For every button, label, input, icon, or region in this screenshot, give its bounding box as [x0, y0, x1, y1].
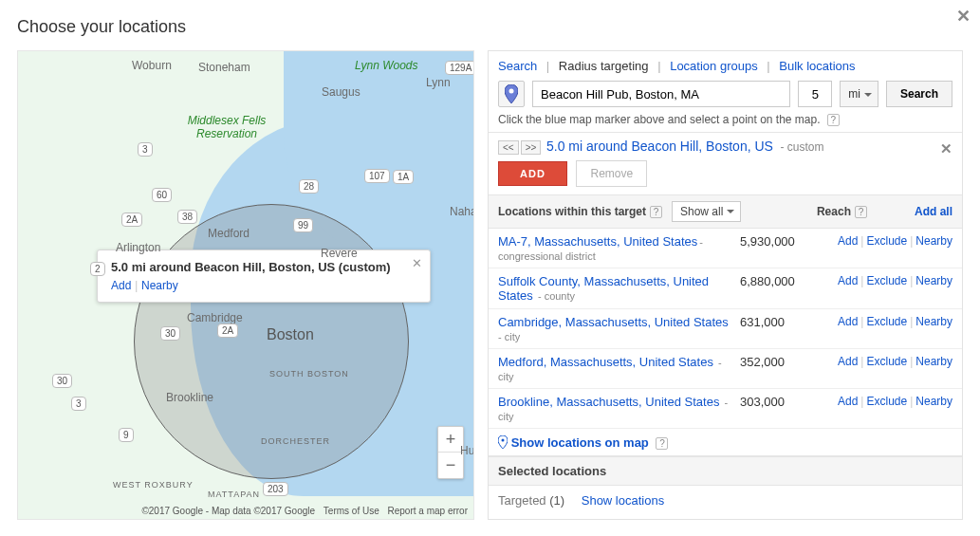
- road-shield: 3: [138, 142, 153, 157]
- remove-target-button: Remove: [576, 160, 647, 187]
- location-type: - county: [535, 290, 575, 302]
- row-add-link[interactable]: Add: [838, 315, 858, 328]
- help-icon[interactable]: ?: [827, 114, 840, 126]
- tab-search[interactable]: Search: [498, 59, 537, 73]
- remove-target-icon[interactable]: ✕: [940, 140, 952, 157]
- targeting-tabs: Search | Radius targeting | Location gro…: [498, 59, 952, 73]
- drop-pin-button[interactable]: [498, 81, 525, 107]
- map-terms-link[interactable]: Terms of Use: [324, 506, 379, 516]
- row-add-link[interactable]: Add: [838, 234, 858, 248]
- row-nearby-link[interactable]: Nearby: [915, 315, 952, 328]
- location-actions: Add|Exclude|Nearby: [838, 274, 952, 287]
- road-shield: 2: [90, 262, 105, 276]
- row-nearby-link[interactable]: Nearby: [915, 274, 952, 287]
- location-reach: 6,880,000: [740, 274, 825, 288]
- locations-panel: Search | Radius targeting | Location gro…: [488, 50, 963, 520]
- row-exclude-link[interactable]: Exclude: [866, 355, 907, 368]
- road-shield: 3: [71, 397, 86, 411]
- target-name-link[interactable]: 5.0 mi around Beacon Hill, Boston, US: [546, 139, 773, 154]
- map-place-label: Arlington: [116, 241, 160, 254]
- map-place-label: Brookline: [166, 391, 213, 404]
- road-shield: 1A: [393, 170, 414, 184]
- tab-groups[interactable]: Location groups: [670, 59, 758, 73]
- row-exclude-link[interactable]: Exclude: [866, 234, 907, 248]
- map-place-label: Middlesex Fells Reservation: [184, 114, 269, 140]
- location-type: city: [498, 371, 740, 382]
- popup-nearby-link[interactable]: Nearby: [141, 279, 178, 292]
- location-name-link[interactable]: Suffolk County, Massachusetts, United St…: [498, 274, 709, 303]
- location-type: -: [715, 357, 722, 368]
- radius-target-row: <<>> 5.0 mi around Beacon Hill, Boston, …: [489, 132, 962, 195]
- show-selected-link[interactable]: Show locations: [582, 493, 664, 508]
- map-place-label: Medford: [208, 227, 250, 240]
- next-target-button[interactable]: >>: [521, 140, 542, 155]
- popup-add-link[interactable]: Add: [111, 279, 131, 292]
- location-type: city: [498, 411, 740, 422]
- help-icon[interactable]: ?: [656, 437, 668, 450]
- search-button[interactable]: Search: [886, 81, 952, 107]
- reach-column-header: Reach: [817, 205, 851, 218]
- map-container[interactable]: ✕ 5.0 mi around Beacon Hill, Boston, US …: [17, 50, 474, 520]
- location-type: congressional district: [498, 250, 740, 262]
- map-popup: ✕ 5.0 mi around Beacon Hill, Boston, US …: [97, 250, 431, 303]
- map-place-label: Boston: [267, 326, 314, 343]
- tab-radius[interactable]: Radius targeting: [559, 59, 649, 73]
- row-exclude-link[interactable]: Exclude: [866, 315, 907, 328]
- row-exclude-link[interactable]: Exclude: [866, 274, 907, 287]
- location-name-link[interactable]: Brookline, Massachusetts, United States: [498, 395, 719, 409]
- map-place-label: DORCHESTER: [261, 436, 330, 446]
- road-shield: 2A: [217, 323, 238, 338]
- map-place-label: Lynn: [426, 76, 451, 89]
- map-copyright: ©2017 Google - Map data ©2017 Google: [141, 506, 315, 516]
- unit-select[interactable]: mi: [840, 81, 878, 107]
- add-target-button[interactable]: ADD: [498, 161, 567, 186]
- map-place-label: Nahant: [450, 205, 473, 218]
- popup-close-icon[interactable]: ✕: [412, 256, 422, 270]
- map-place-label: Saugus: [322, 85, 361, 99]
- row-nearby-link[interactable]: Nearby: [915, 395, 952, 408]
- location-name-link[interactable]: MA-7, Massachusetts, United States: [498, 234, 697, 249]
- road-shield: 203: [263, 482, 288, 496]
- location-name-link[interactable]: Medford, Massachusetts, United States: [498, 355, 713, 369]
- location-name-link[interactable]: Cambridge, Massachusetts, United States: [498, 315, 729, 329]
- location-row: Suffolk County, Massachusetts, United St…: [489, 268, 962, 309]
- selected-locations-header: Selected locations: [489, 456, 962, 486]
- add-all-link[interactable]: Add all: [915, 205, 952, 218]
- locations-list-header: Locations within this target ? Show all …: [489, 195, 962, 229]
- road-shield: 30: [52, 374, 72, 388]
- show-on-map-link[interactable]: Show locations on map: [511, 435, 649, 450]
- target-subtype: - custom: [781, 140, 824, 154]
- road-shield: 9: [119, 428, 134, 442]
- row-exclude-link[interactable]: Exclude: [866, 395, 907, 408]
- map-place-label: Cambridge: [187, 311, 243, 324]
- location-type: -: [721, 397, 728, 408]
- help-icon[interactable]: ?: [855, 206, 867, 218]
- map-place-label: Stoneham: [198, 61, 250, 74]
- close-icon[interactable]: ✕: [956, 6, 971, 27]
- prev-target-button[interactable]: <<: [498, 140, 519, 155]
- targeted-count: (1): [549, 493, 564, 508]
- row-nearby-link[interactable]: Nearby: [915, 355, 952, 368]
- road-shield: 2A: [121, 213, 142, 227]
- location-row: MA-7, Massachusetts, United States-congr…: [489, 229, 962, 268]
- radius-input[interactable]: [798, 81, 832, 107]
- help-icon[interactable]: ?: [650, 206, 662, 218]
- location-type: - city: [498, 331, 740, 342]
- road-shield: 129A: [445, 61, 473, 75]
- selected-locations-body: Targeted (1) Show locations: [489, 486, 962, 519]
- page-title: Choose your locations: [17, 17, 963, 37]
- row-nearby-link[interactable]: Nearby: [915, 234, 952, 248]
- row-add-link[interactable]: Add: [838, 395, 858, 408]
- svg-point-1: [509, 89, 514, 94]
- location-actions: Add|Exclude|Nearby: [838, 234, 952, 248]
- row-add-link[interactable]: Add: [838, 355, 858, 368]
- show-all-dropdown[interactable]: Show all: [672, 201, 741, 222]
- tab-bulk[interactable]: Bulk locations: [779, 59, 855, 73]
- location-input[interactable]: [532, 81, 790, 107]
- map-canvas[interactable]: ✕ 5.0 mi around Beacon Hill, Boston, US …: [18, 51, 473, 519]
- row-add-link[interactable]: Add: [838, 274, 858, 287]
- map-place-label: MATTAPAN: [208, 490, 260, 499]
- svg-point-2: [502, 439, 505, 442]
- road-shield: 30: [160, 326, 180, 341]
- map-report-link[interactable]: Report a map error: [388, 506, 468, 516]
